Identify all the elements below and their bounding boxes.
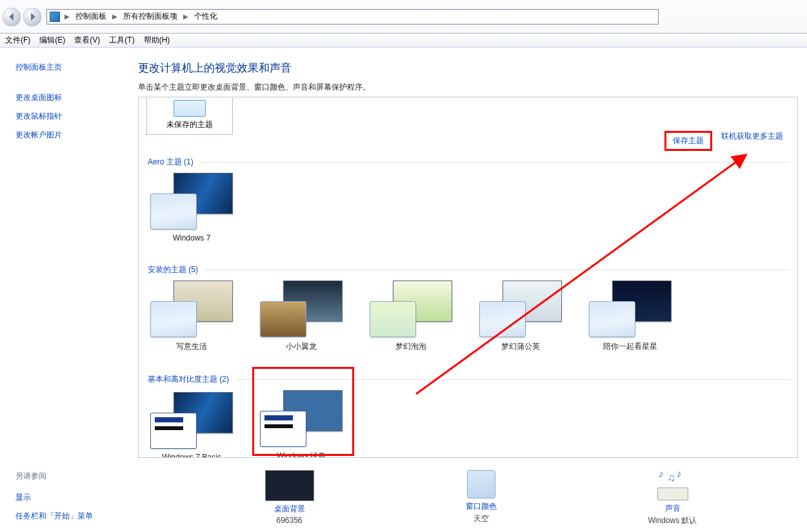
- sidebar-taskbar-start[interactable]: 任务栏和「开始」菜单: [15, 511, 119, 522]
- chevron-right-icon: ▶: [110, 13, 119, 20]
- theme-thumb-window: [370, 301, 416, 337]
- theme-label: Windows 7: [150, 233, 233, 242]
- theme-thumb-window: [589, 301, 635, 337]
- menu-tools[interactable]: 工具(T): [109, 35, 134, 46]
- get-more-themes-online-link[interactable]: 联机获取更多主题: [721, 131, 783, 151]
- breadcrumb-all-items[interactable]: 所有控制面板项: [122, 11, 179, 22]
- theme-yilong[interactable]: 小小翼龙: [260, 281, 343, 352]
- theme-win7-basic[interactable]: Windows 7 Basic: [150, 392, 233, 458]
- theme-windows7[interactable]: Windows 7: [150, 173, 233, 242]
- page-title: 更改计算机上的视觉效果和声音: [138, 61, 798, 75]
- control-panel-icon: [50, 12, 60, 22]
- menu-help[interactable]: 帮助(H): [144, 35, 170, 46]
- sidebar-change-mouse-pointers[interactable]: 更改鼠标指针: [15, 111, 119, 122]
- sidebar-see-also-header: 另请参阅: [15, 471, 119, 484]
- section-installed-header: 安装的主题 (5): [148, 264, 790, 275]
- aero-themes-row: Windows 7: [146, 173, 790, 242]
- theme-label: Windows 经典: [260, 451, 343, 458]
- window-color-label: 窗口颜色: [426, 501, 536, 512]
- theme-settings-row: 桌面背景 696356 窗口颜色 天空 ♪♫♪ 声音 Windows 默认: [129, 465, 807, 532]
- theme-label: Windows 7 Basic: [150, 453, 233, 458]
- main-content: 更改计算机上的视觉效果和声音 单击某个主题立即更改桌面背景、窗口颜色、声音和屏幕…: [129, 48, 807, 532]
- theme-thumb-window: [260, 411, 306, 447]
- section-basic-label: 基本和高对比度主题 (2): [148, 374, 229, 385]
- desktop-background-label: 桌面背景: [235, 504, 344, 515]
- section-basic-header: 基本和高对比度主题 (2): [148, 374, 790, 385]
- menu-file[interactable]: 文件(F): [5, 35, 30, 46]
- basic-themes-row: Windows 7 Basic Windows 经典: [146, 390, 790, 458]
- theme-xieyi[interactable]: 写意生活: [150, 281, 233, 352]
- theme-xingxing[interactable]: 陪你一起看星星: [589, 281, 672, 352]
- sidebar: 控制面板主页 更改桌面图标 更改鼠标指针 更改帐户图片 另请参阅 显示 任务栏和…: [0, 48, 129, 532]
- theme-thumb-window: [150, 301, 197, 337]
- themes-panel: 未保存的主题 保存主题 联机获取更多主题 Aero 主题 (1) Windows…: [138, 97, 798, 458]
- chevron-right-icon: ▶: [63, 13, 72, 20]
- menu-edit[interactable]: 编辑(E): [39, 35, 65, 46]
- sidebar-change-desktop-icons[interactable]: 更改桌面图标: [15, 92, 119, 103]
- theme-thumb-window: [150, 413, 197, 449]
- unsaved-theme-label: 未保存的主题: [147, 119, 232, 130]
- chevron-right-icon: ▶: [181, 13, 190, 20]
- address-bar-row: ▶ 控制面板 ▶ 所有控制面板项 ▶ 个性化: [0, 0, 807, 34]
- theme-windows-classic[interactable]: Windows 经典: [260, 390, 343, 458]
- sidebar-display[interactable]: 显示: [15, 492, 119, 503]
- theme-paopao[interactable]: 梦幻泡泡: [370, 281, 452, 352]
- desktop-background-value: 696356: [235, 516, 344, 525]
- setting-window-color[interactable]: 窗口颜色 天空: [426, 470, 536, 524]
- sidebar-control-panel-home[interactable]: 控制面板主页: [15, 62, 119, 73]
- theme-thumb-window: [260, 301, 306, 337]
- theme-label: 小小翼龙: [260, 341, 343, 352]
- breadcrumb-personalization[interactable]: 个性化: [193, 11, 219, 22]
- theme-label: 写意生活: [150, 341, 233, 352]
- theme-label: 梦幻蒲公英: [479, 341, 562, 352]
- section-aero-header: Aero 主题 (1): [148, 157, 790, 168]
- back-button[interactable]: [3, 8, 21, 26]
- unsaved-theme-thumb: [174, 100, 206, 117]
- sidebar-change-account-picture[interactable]: 更改帐户图片: [15, 130, 119, 141]
- menu-bar: 文件(F) 编辑(E) 查看(V) 工具(T) 帮助(H): [0, 34, 807, 48]
- sounds-label: 声音: [618, 503, 728, 514]
- sounds-icon: ♪♫♪: [653, 468, 692, 500]
- menu-view[interactable]: 查看(V): [74, 35, 100, 46]
- window-color-thumb: [467, 470, 495, 498]
- theme-pugongying[interactable]: 梦幻蒲公英: [479, 281, 562, 352]
- installed-themes-row: 写意生活 小小翼龙 梦幻泡泡: [146, 281, 790, 352]
- breadcrumb-address-bar[interactable]: ▶ 控制面板 ▶ 所有控制面板项 ▶ 个性化: [46, 9, 659, 25]
- section-aero-label: Aero 主题 (1): [148, 157, 194, 168]
- window-color-value: 天空: [426, 513, 536, 524]
- breadcrumb-control-panel[interactable]: 控制面板: [74, 11, 108, 22]
- section-installed-label: 安装的主题 (5): [148, 264, 198, 275]
- setting-sounds[interactable]: ♪♫♪ 声音 Windows 默认: [618, 468, 728, 526]
- theme-label: 陪你一起看星星: [589, 341, 672, 352]
- unsaved-theme-tile[interactable]: 未保存的主题: [146, 97, 233, 135]
- theme-thumb-window: [150, 193, 197, 230]
- page-subtitle: 单击某个主题立即更改桌面背景、窗口颜色、声音和屏幕保护程序。: [138, 82, 798, 93]
- theme-thumb-window: [479, 301, 526, 337]
- setting-desktop-background[interactable]: 桌面背景 696356: [235, 470, 344, 525]
- sounds-value: Windows 默认: [618, 515, 728, 526]
- theme-label: 梦幻泡泡: [370, 341, 452, 352]
- save-theme-link[interactable]: 保存主题: [664, 131, 712, 151]
- nav-buttons: [3, 8, 41, 26]
- forward-button[interactable]: [23, 8, 41, 26]
- theme-actions: 保存主题 联机获取更多主题: [664, 131, 783, 151]
- body: 控制面板主页 更改桌面图标 更改鼠标指针 更改帐户图片 另请参阅 显示 任务栏和…: [0, 48, 807, 532]
- desktop-background-thumb: [265, 470, 314, 501]
